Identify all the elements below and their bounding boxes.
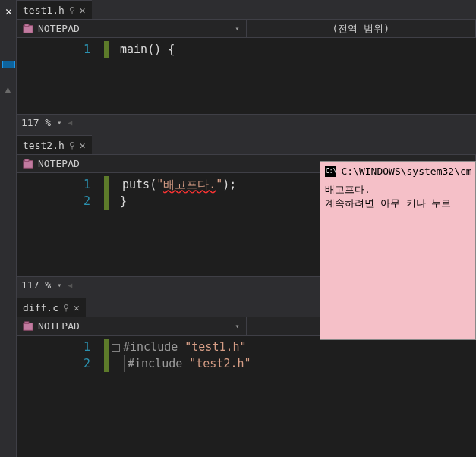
arrow-up-icon[interactable]: ▲	[0, 84, 16, 95]
project-icon	[23, 159, 33, 169]
svg-rect-4	[24, 323, 33, 330]
line-gutter: 1	[17, 38, 104, 114]
project-icon	[23, 24, 33, 34]
project-dropdown[interactable]: NOTEPAD ▾	[17, 317, 247, 335]
close-icon[interactable]: ✕	[80, 140, 86, 151]
project-icon	[23, 321, 33, 332]
line-gutter: 1 2	[17, 173, 104, 276]
fold-toggle[interactable]: −	[112, 344, 120, 352]
zoom-level[interactable]: 117 %	[21, 117, 51, 128]
project-name: NOTEPAD	[38, 23, 80, 34]
left-tool-rail: ✕ ▲	[0, 0, 17, 457]
editor-pane-1: test1.h ⚲ ✕ NOTEPAD ▾ (전역 범위) 1	[17, 0, 476, 131]
svg-rect-2	[24, 160, 33, 168]
zoom-level[interactable]: 117 %	[21, 279, 51, 291]
code-text[interactable]: −#include "test1.h" #include "test2.h"	[109, 336, 476, 457]
scope-label: (전역 범위)	[333, 22, 389, 36]
line-gutter: 1 2	[17, 336, 104, 457]
line-number: 1	[17, 339, 90, 355]
chevron-down-icon[interactable]: ▾	[57, 118, 61, 127]
code-area[interactable]: 1 2 −#include "test1.h" #include "test2.…	[17, 336, 476, 457]
zoom-bar: 117 % ▾ ◀	[17, 114, 476, 131]
tab-bar: test1.h ⚲ ✕	[17, 0, 476, 19]
close-icon[interactable]: ✕	[74, 302, 80, 314]
pin-icon[interactable]: ⚲	[69, 140, 75, 150]
cmd-titlebar[interactable]: C:\ C:\WINDOWS\system32\cm	[320, 162, 475, 181]
pin-icon[interactable]: ⚲	[69, 5, 75, 15]
close-icon[interactable]: ✕	[0, 0, 16, 18]
svg-rect-0	[24, 25, 33, 33]
tab-test1h[interactable]: test1.h ⚲ ✕	[17, 0, 92, 19]
chevron-down-icon: ▾	[235, 322, 239, 330]
svg-rect-5	[25, 321, 29, 323]
tab-diffc[interactable]: diff.c ⚲ ✕	[17, 298, 86, 317]
line-number: 1	[17, 41, 90, 58]
tab-label: diff.c	[23, 302, 58, 314]
line-number: 1	[17, 176, 90, 193]
chevron-down-icon: ▾	[235, 24, 239, 33]
tab-test2h[interactable]: test2.h ⚲ ✕	[17, 135, 92, 154]
svg-rect-1	[25, 24, 29, 26]
marker-indicator[interactable]	[2, 61, 15, 68]
chevron-down-icon[interactable]: ▾	[57, 281, 61, 289]
code-text[interactable]: main() {	[109, 38, 476, 114]
close-icon[interactable]: ✕	[80, 5, 86, 16]
code-area[interactable]: 1 main() {	[17, 38, 476, 114]
context-nav: NOTEPAD ▾ (전역 범위)	[17, 19, 476, 38]
svg-rect-3	[25, 159, 29, 161]
cmd-title-text: C:\WINDOWS\system32\cm	[341, 165, 471, 177]
cmd-output: 배고프다. 계속하려면 아무 키나 누르	[320, 181, 475, 212]
project-dropdown[interactable]: NOTEPAD ▾	[17, 20, 247, 37]
project-name: NOTEPAD	[38, 320, 80, 332]
cmd-icon: C:\	[325, 166, 336, 177]
scroll-left-icon[interactable]: ◀	[68, 281, 72, 289]
pin-icon[interactable]: ⚲	[63, 303, 69, 313]
line-number: 2	[17, 193, 90, 210]
tab-label: test1.h	[23, 5, 65, 16]
line-number: 2	[17, 355, 90, 372]
tab-bar: test2.h ⚲ ✕	[17, 135, 476, 154]
scope-dropdown[interactable]: (전역 범위)	[247, 20, 477, 37]
scroll-left-icon[interactable]: ◀	[68, 118, 72, 127]
project-name: NOTEPAD	[38, 158, 80, 169]
cmd-window[interactable]: C:\ C:\WINDOWS\system32\cm 배고프다. 계속하려면 아…	[320, 161, 476, 340]
tab-label: test2.h	[23, 140, 65, 151]
